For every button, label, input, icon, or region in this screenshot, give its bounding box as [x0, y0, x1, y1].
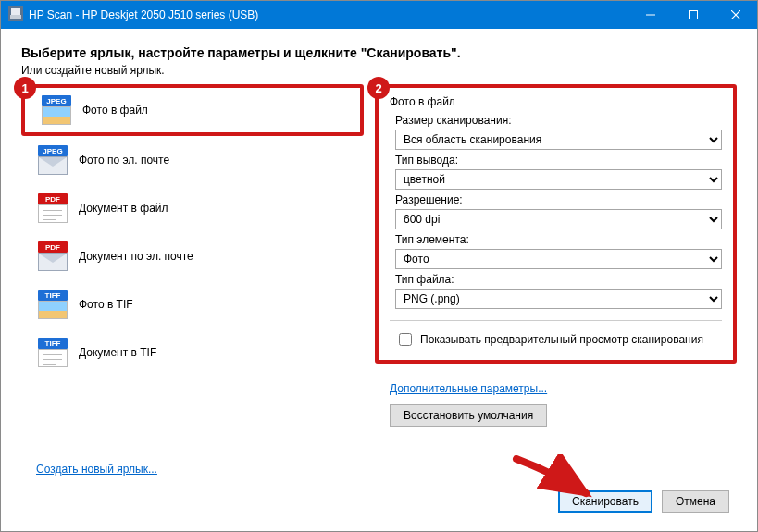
- shortcut-item-selected[interactable]: JPEG Фото в файл: [31, 88, 354, 132]
- resolution-label: Разрешение:: [395, 193, 722, 206]
- shortcut-label: Фото в файл: [82, 104, 148, 117]
- shortcut-item[interactable]: PDF Документ в файл: [21, 184, 364, 232]
- annotation-marker-2: 2: [367, 77, 390, 99]
- pdf-mail-icon: PDF: [38, 241, 68, 271]
- shortcut-label: Фото по эл. почте: [79, 154, 169, 167]
- output-type-label: Тип вывода:: [395, 154, 722, 167]
- item-type-label: Тип элемента:: [395, 233, 722, 246]
- shortcut-label: Документ в TIF: [79, 346, 156, 359]
- output-type-select[interactable]: цветной: [395, 169, 722, 190]
- svg-rect-4: [690, 11, 698, 19]
- advanced-settings-link[interactable]: Дополнительные параметры...: [390, 382, 547, 395]
- tiff-photo-icon: TIFF: [38, 290, 68, 319]
- page-subheading: Или создайте новый ярлык.: [21, 64, 737, 77]
- shortcut-label: Фото в TIF: [79, 298, 133, 311]
- settings-title: Фото в файл: [390, 95, 722, 108]
- create-shortcut-link[interactable]: Создать новый ярлык...: [36, 463, 157, 476]
- svg-rect-1: [10, 15, 21, 19]
- item-type-select[interactable]: Фото: [395, 249, 722, 269]
- svg-rect-2: [11, 8, 20, 15]
- jpeg-photo-icon: JPEG: [42, 95, 71, 125]
- settings-panel: 2 Фото в файл Размер сканирования: Вся о…: [375, 84, 737, 364]
- file-type-label: Тип файла:: [395, 273, 722, 286]
- pdf-doc-icon: PDF: [38, 193, 68, 223]
- maximize-button[interactable]: [672, 1, 715, 29]
- page-heading: Выберите ярлык, настройте параметры и ще…: [21, 45, 737, 60]
- resolution-select[interactable]: 600 dpi: [395, 209, 722, 229]
- preview-checkbox[interactable]: [399, 333, 412, 346]
- close-button[interactable]: [715, 1, 757, 29]
- selected-shortcut-frame: 1 JPEG Фото в файл: [21, 84, 364, 136]
- shortcut-list: JPEG Фото по эл. почте PDF Документ в фа…: [21, 136, 364, 377]
- file-type-select[interactable]: PNG (.png): [395, 289, 722, 309]
- tiff-doc-icon: TIFF: [38, 338, 68, 367]
- restore-defaults-button[interactable]: Восстановить умолчания: [390, 404, 547, 427]
- scan-size-select[interactable]: Вся область сканирования: [395, 130, 722, 150]
- annotation-marker-1: 1: [14, 77, 36, 99]
- scan-button[interactable]: Сканировать: [558, 490, 652, 513]
- shortcut-label: Документ по эл. почте: [79, 250, 193, 263]
- preview-checkbox-label: Показывать предварительный просмотр скан…: [420, 333, 703, 346]
- scan-size-label: Размер сканирования:: [395, 114, 722, 127]
- shortcut-item[interactable]: TIFF Фото в TIF: [21, 280, 364, 328]
- shortcut-item[interactable]: PDF Документ по эл. почте: [21, 232, 364, 280]
- app-icon: [8, 6, 23, 24]
- window-title: HP Scan - HP Deskjet 2050 J510 series (U…: [29, 8, 629, 21]
- titlebar: HP Scan - HP Deskjet 2050 J510 series (U…: [1, 1, 757, 29]
- shortcut-label: Документ в файл: [79, 202, 168, 215]
- shortcut-item[interactable]: TIFF Документ в TIF: [21, 328, 364, 377]
- minimize-button[interactable]: [629, 1, 672, 29]
- cancel-button[interactable]: Отмена: [662, 490, 729, 513]
- jpeg-mail-icon: JPEG: [38, 145, 68, 175]
- shortcut-item[interactable]: JPEG Фото по эл. почте: [21, 136, 364, 184]
